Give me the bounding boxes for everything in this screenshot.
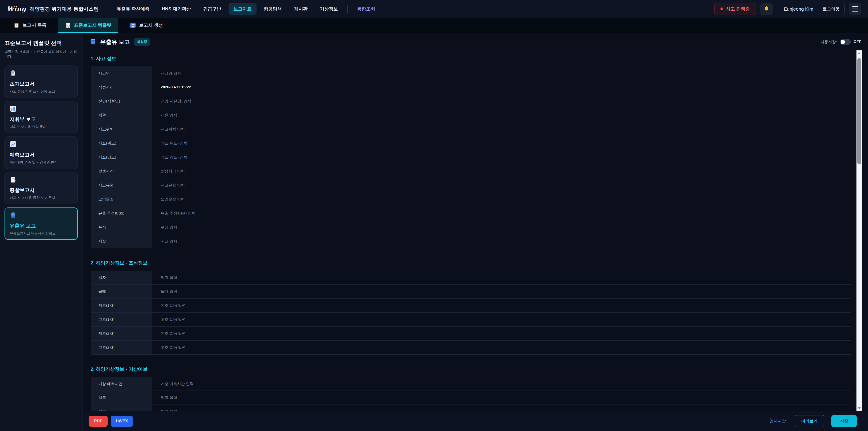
form-row: 좌표(위도)좌표(위도) 입력 xyxy=(91,136,851,150)
export-pdf-button[interactable]: PDF xyxy=(89,415,107,427)
form-row: 수심수심 입력 xyxy=(91,220,851,235)
form-row: 저조(2차)저조(2차) 입력 xyxy=(91,327,851,341)
field-value[interactable]: 제원 입력 xyxy=(152,108,851,122)
field-value[interactable]: 수심 입력 xyxy=(152,220,851,234)
field-value[interactable]: 저조(2차) 입력 xyxy=(152,327,851,340)
field-value[interactable]: 사고명 입력 xyxy=(152,66,851,80)
field-label: 고조(2차) xyxy=(91,341,152,355)
field-value[interactable]: 기상 예측시간 입력 xyxy=(152,377,851,391)
tab-standard-report-template[interactable]: 표준보고서 템플릿 xyxy=(58,18,119,33)
field-value[interactable]: 발생시각 입력 xyxy=(152,164,851,178)
nav-item-reports[interactable]: 보고자료 xyxy=(228,3,256,15)
field-label: 사고유형 xyxy=(91,178,152,192)
top-navigation-bar: Wing 해양환경 위기대응 통합시스템 유출유 확산예측 HNS·대기확산 긴… xyxy=(0,0,868,18)
field-value[interactable]: 물때 입력 xyxy=(152,284,851,298)
sidebar-title: 표준보고서 템플릿 선택 xyxy=(4,39,78,47)
tab-report-generation[interactable]: 보고서 생성 xyxy=(123,18,170,33)
workspace: 표준보고서 템플릿 선택 템플릿을 선택하면 오른쪽에 작성 양식이 표시됩니다… xyxy=(0,33,868,431)
template-card-initial-report[interactable]: 초기보고서 사고 발생 직후 초기 상황 보고 xyxy=(4,65,78,98)
form-row: 고조(2차)고조(2차) 입력 xyxy=(91,341,851,355)
tab-label: 보고서 생성 xyxy=(139,22,163,28)
field-value[interactable]: 일자 입력 xyxy=(152,271,851,284)
template-card-desc: 지휘부 보고용 요약 문서 xyxy=(10,125,72,129)
form-row: 물때물때 입력 xyxy=(91,284,851,299)
field-value[interactable]: 일출 입력 xyxy=(152,391,851,405)
form-footer: PDF HWPX 임시저장 미리보기 저장 xyxy=(83,411,868,431)
export-hwpx-button[interactable]: HWPX xyxy=(111,415,133,427)
nav-item-board[interactable]: 게시판 xyxy=(289,3,313,15)
tide-info-table: 일자일자 입력 물때물때 입력 저조(1차)저조(1차) 입력 고조(1차)고조… xyxy=(91,271,851,355)
form-row: 저질저질 입력 xyxy=(91,235,851,248)
clipboard-icon xyxy=(13,22,20,28)
field-label: 좌표(경도) xyxy=(91,150,152,164)
toggle-knob xyxy=(841,40,845,44)
field-value[interactable]: 고조(2차) 입력 xyxy=(152,341,851,355)
template-card-desc: 사고 발생 직후 초기 상황 보고 xyxy=(10,89,72,94)
field-value[interactable]: 저질 입력 xyxy=(152,235,851,248)
field-value[interactable]: 저조(1차) 입력 xyxy=(152,299,851,312)
nav-item-weather-info[interactable]: 기상정보 xyxy=(315,3,343,15)
field-label: 일몰 xyxy=(91,405,152,411)
field-value[interactable]: 좌표(경도) 입력 xyxy=(152,150,851,164)
form-row: 선명(시설명)선명(시설명) 입력 xyxy=(91,94,851,108)
autosave-control: 자동저장: OFF xyxy=(820,39,861,45)
form-row: 저조(1차)저조(1차) 입력 xyxy=(91,299,851,313)
oil-drum-icon xyxy=(89,38,96,45)
form-row: 일몰일몰 입력 xyxy=(91,405,851,411)
field-label: 오염물질 xyxy=(91,192,152,206)
weather-forecast-table: 기상 예측시간기상 예측시간 입력 일출일출 입력 일몰일몰 입력 xyxy=(91,377,851,411)
field-value[interactable]: 선명(시설명) 입력 xyxy=(152,94,851,108)
form-row: 유출 추정량(kℓ)유출 추정량(kℓ) 입력 xyxy=(91,206,851,220)
section-title: 2. 해양기상정보 - 조석정보 xyxy=(91,260,851,266)
field-value[interactable]: 고조(1차) 입력 xyxy=(152,313,851,326)
field-value[interactable]: 좌표(위도) 입력 xyxy=(152,136,851,150)
refresh-icon xyxy=(130,22,136,28)
tab-report-list[interactable]: 보고서 목록 xyxy=(7,18,53,33)
field-value[interactable]: 사고위치 입력 xyxy=(152,122,851,136)
field-label: 좌표(위도) xyxy=(91,136,152,150)
form-row: 기상 예측시간기상 예측시간 입력 xyxy=(91,377,851,391)
field-value[interactable]: 일몰 입력 xyxy=(152,405,851,411)
report-form-scroll-area[interactable]: 1. 사고 정보 사고명사고명 입력 작성시간2026-03-11 15:22 … xyxy=(83,51,868,411)
report-header: 유출유 보고 작성중 자동저장: OFF xyxy=(83,33,868,51)
autosave-toggle[interactable] xyxy=(840,39,851,45)
field-label: 사고위치 xyxy=(91,122,152,136)
form-row: 발생시각발생시각 입력 xyxy=(91,164,851,178)
field-label: 일자 xyxy=(91,271,152,284)
footer-actions: 임시저장 미리보기 저장 xyxy=(768,415,857,427)
scroll-down-arrow[interactable] xyxy=(857,405,862,411)
field-label: 저조(1차) xyxy=(91,299,152,312)
nav-item-emergency-rescue[interactable]: 긴급구난 xyxy=(198,3,226,15)
bar-chart-icon xyxy=(10,105,17,112)
nav-item-hns-air-diffusion[interactable]: HNS·대기확산 xyxy=(157,3,196,15)
field-value[interactable]: 오염물질 입력 xyxy=(152,192,851,206)
vertical-scrollbar[interactable] xyxy=(857,51,862,411)
temp-save-button[interactable]: 임시저장 xyxy=(768,415,787,427)
scrollbar-thumb[interactable] xyxy=(857,58,861,164)
incident-in-progress-badge[interactable]: 사고 진행중 xyxy=(714,3,756,15)
scroll-up-arrow[interactable] xyxy=(857,51,862,56)
form-row: 작성시간2026-03-11 15:22 xyxy=(91,80,851,94)
logout-button[interactable]: 로그아웃 xyxy=(818,3,844,15)
memo-icon xyxy=(65,22,71,28)
template-card-oil-spill-report[interactable]: 유출유 보고 유류오염사고 대응지원 상황도 xyxy=(4,208,78,240)
field-value[interactable]: 사고유형 입력 xyxy=(152,178,851,192)
notifications-button[interactable] xyxy=(761,3,773,15)
field-value[interactable]: 유출 추정량(kℓ) 입력 xyxy=(152,206,851,220)
field-value[interactable]: 2026-03-11 15:22 xyxy=(152,80,851,94)
nav-item-aerial-search[interactable]: 항공탐색 xyxy=(259,3,287,15)
field-label: 물때 xyxy=(91,284,152,298)
template-card-list: 초기보고서 사고 발생 직후 초기 상황 보고 지휘부 보고 지휘부 보고용 요… xyxy=(4,65,78,240)
nav-item-integrated-search[interactable]: 통합조회 xyxy=(352,3,380,15)
template-card-comprehensive-report[interactable]: 종합보고서 전체 사고 대응 종합 보고 문서 xyxy=(4,172,78,204)
template-card-prediction-report[interactable]: 예측보고서 확산예측 결과 및 민감자원 분석 xyxy=(4,136,78,169)
preview-button[interactable]: 미리보기 xyxy=(794,415,825,427)
nav-item-oil-spill-prediction[interactable]: 유출유 확산예측 xyxy=(112,3,155,15)
form-row: 좌표(경도)좌표(경도) 입력 xyxy=(91,150,851,164)
autosave-state: OFF xyxy=(854,40,862,44)
save-button[interactable]: 저장 xyxy=(831,415,857,427)
template-card-title: 초기보고서 xyxy=(10,81,72,87)
template-card-title: 유출유 보고 xyxy=(10,222,72,229)
menu-button[interactable] xyxy=(849,3,861,15)
template-card-command-report[interactable]: 지휘부 보고 지휘부 보고용 요약 문서 xyxy=(4,101,78,133)
